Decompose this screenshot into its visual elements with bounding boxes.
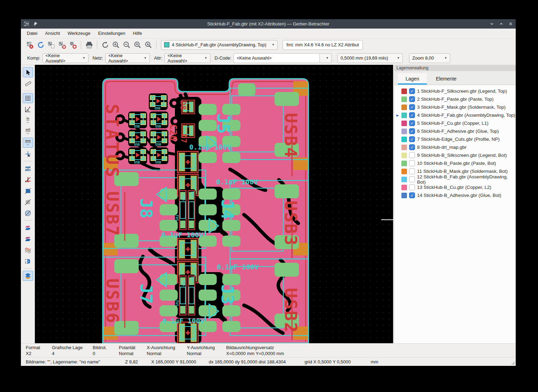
layer-checkbox[interactable] <box>409 160 415 166</box>
sketch-lines-button[interactable] <box>23 175 33 185</box>
panel-title[interactable]: Lagenverwaltung <box>394 65 516 71</box>
layer-checkbox[interactable]: ✓ <box>409 96 415 102</box>
layer-row[interactable]: 9 StickHub-B_Silkscreen.gbr (Legend, Bot… <box>396 151 516 159</box>
grid-select[interactable]: 0,5000 mm (19,69 mils) ▼ <box>337 53 403 63</box>
layer-swatch[interactable] <box>401 113 407 118</box>
diff-mode-button[interactable] <box>23 223 33 233</box>
layer-row[interactable]: ✓8 StickHub-drl_map.gbr <box>396 143 516 151</box>
layer-swatch[interactable] <box>401 153 407 158</box>
layer-swatch[interactable] <box>401 105 407 110</box>
sketch-polygons-button[interactable] <box>23 186 33 196</box>
zoom-out-button[interactable] <box>122 40 131 49</box>
sketch-flashed-items-button[interactable] <box>23 163 33 174</box>
flip-view-button[interactable] <box>23 256 33 266</box>
layer-row-current[interactable]: ▶✓4 StickHub-F_Fab.gbr (AssemblyDrawing,… <box>396 111 516 119</box>
zoom-select[interactable]: Zoom 8,00 ▼ <box>409 53 450 63</box>
show-negative-objects-button[interactable] <box>23 197 33 207</box>
gerber-canvas[interactable]: STATUS USB4 USB3 USB2 USB7 USB6 D8 C20 D… <box>35 65 393 343</box>
maximize-button[interactable] <box>499 22 504 26</box>
zoom-in-button[interactable] <box>111 40 121 49</box>
netz-select[interactable]: <Keine Auswahl> ▼ <box>105 53 150 63</box>
layer-label: 2 StickHub-F_Paste.gbr (Paste, Top) <box>417 97 494 102</box>
layer-checkbox[interactable] <box>409 168 415 174</box>
layer-swatch[interactable] <box>401 185 407 190</box>
xor-mode-button[interactable] <box>23 234 33 244</box>
menu-einstellungen[interactable]: Einstellungen <box>94 29 129 37</box>
active-layer-select[interactable]: 4 StickHub-F_Fab.gbr (AssemblyDrawing, T… <box>161 40 278 50</box>
led-label: USB <box>155 125 161 128</box>
layer-swatch[interactable] <box>401 145 407 150</box>
layer-checkbox[interactable]: ✓ <box>409 120 415 126</box>
layer-label: 12 StickHub-B_Fab.gbr (AssemblyDrawing, … <box>417 174 516 185</box>
attr-value: <Keine Auswahl> <box>168 53 202 63</box>
layer-manager-toggle-button[interactable] <box>23 271 33 281</box>
layer-row[interactable]: ✓5 StickHub-F_Cu.gbr (Copper, L1) <box>396 119 516 127</box>
refresh-button[interactable] <box>36 40 45 49</box>
layer-row[interactable]: ✓14 StickHub-B_Adhesive.gbr (Glue, Bot) <box>396 191 516 199</box>
grid-toggle-button[interactable] <box>23 93 33 103</box>
units-mil-button[interactable]: mil↔ <box>23 126 33 137</box>
layer-row[interactable]: ✓7 StickHub-Edge_Cuts.gbr (Profile, NP) <box>396 135 516 143</box>
units-inch-button[interactable]: in↔ <box>23 115 33 125</box>
layer-swatch[interactable] <box>401 193 407 198</box>
redraw-button[interactable] <box>100 40 110 49</box>
layer-checkbox[interactable]: ✓ <box>409 136 415 142</box>
layer-checkbox[interactable]: ✓ <box>409 104 415 110</box>
layer-swatch[interactable] <box>401 137 407 142</box>
open-zip-file-button[interactable] <box>57 40 67 49</box>
layer-row[interactable]: 12 StickHub-B_Fab.gbr (AssemblyDrawing, … <box>396 175 516 183</box>
layer-swatch[interactable] <box>401 121 407 126</box>
layer-label: 9 StickHub-B_Silkscreen.gbr (Legend, Bot… <box>417 153 507 158</box>
layer-row[interactable]: ✓3 StickHub-F_Mask.gbr (Soldermask, Top) <box>396 103 516 111</box>
cap-value-label: 0.1uF 100V <box>217 263 259 271</box>
title-bar[interactable]: StickHub-F_Fab.gbr (mit X2-Attributen) —… <box>21 19 516 29</box>
layer-swatch[interactable] <box>401 89 407 94</box>
layer-checkbox[interactable]: ✓ <box>409 128 415 134</box>
polar-coords-button[interactable]: θ <box>23 104 33 114</box>
attr-select[interactable]: <Keine Auswahl> ▼ <box>164 53 210 63</box>
pin-icon[interactable] <box>33 22 38 26</box>
measure-tool-button[interactable] <box>23 78 33 89</box>
clear-layers-button[interactable] <box>25 40 34 49</box>
layer-row[interactable]: ✓2 StickHub-F_Paste.gbr (Paste, Top) <box>396 95 516 103</box>
tab-lagen[interactable]: Lagen <box>398 73 427 85</box>
open-drill-file-button[interactable] <box>68 40 78 49</box>
zoom-fit-button[interactable] <box>133 40 142 49</box>
layer-row[interactable]: 10 StickHub-B_Paste.gbr (Paste, Bot) <box>396 159 516 167</box>
layer-swatch[interactable] <box>401 177 407 182</box>
show-dcodes-button[interactable] <box>23 208 33 218</box>
layer-checkbox[interactable] <box>409 176 415 182</box>
layer-checkbox[interactable] <box>409 152 415 158</box>
select-tool-button[interactable] <box>23 67 33 77</box>
zoom-select-button[interactable] <box>144 40 153 49</box>
layer-row[interactable]: ✓6 StickHub-F_Adhesive.gbr (Glue, Top) <box>396 127 516 135</box>
minimize-button[interactable] <box>490 22 494 26</box>
layer-row[interactable]: ✓1 StickHub-F_Silkscreen.gbr (Legend, To… <box>396 87 516 95</box>
menu-werkzeuge[interactable]: Werkzeuge <box>64 29 94 37</box>
menu-datei[interactable]: Datei <box>23 29 41 37</box>
layer-checkbox[interactable]: ✓ <box>409 112 415 118</box>
layer-checkbox[interactable] <box>409 184 415 190</box>
layer-swatch[interactable] <box>401 129 407 134</box>
layer-checkbox[interactable]: ✓ <box>409 192 415 198</box>
resize-grip[interactable] <box>510 360 515 365</box>
high-contrast-mode-button[interactable] <box>23 245 33 255</box>
menu-ansicht[interactable]: Ansicht <box>41 29 64 37</box>
close-button[interactable] <box>508 22 513 26</box>
units-mm-button[interactable]: mm↔ <box>23 138 33 148</box>
layer-swatch[interactable] <box>401 161 407 166</box>
open-gerber-file-button[interactable] <box>47 40 56 49</box>
print-button[interactable] <box>84 40 94 49</box>
menu-hilfe[interactable]: Hilfe <box>129 29 146 37</box>
layer-checkbox[interactable]: ✓ <box>409 144 415 150</box>
dcode-dropdown-button[interactable]: ▼ <box>320 53 332 63</box>
toolbar-separator <box>97 41 97 49</box>
tab-elemente[interactable]: Elemente <box>428 73 464 85</box>
layer-checkbox[interactable]: ✓ <box>409 88 415 94</box>
layer-list: ✓1 StickHub-F_Silkscreen.gbr (Legend, To… <box>394 85 516 199</box>
dcode-input[interactable]: <Keine Auswahl> <box>233 53 320 63</box>
layer-swatch[interactable] <box>401 97 407 102</box>
komp-select[interactable]: <Keine Auswahl> ▼ <box>43 53 89 63</box>
cursor-shape-button[interactable] <box>23 149 33 159</box>
layer-swatch[interactable] <box>401 169 407 174</box>
